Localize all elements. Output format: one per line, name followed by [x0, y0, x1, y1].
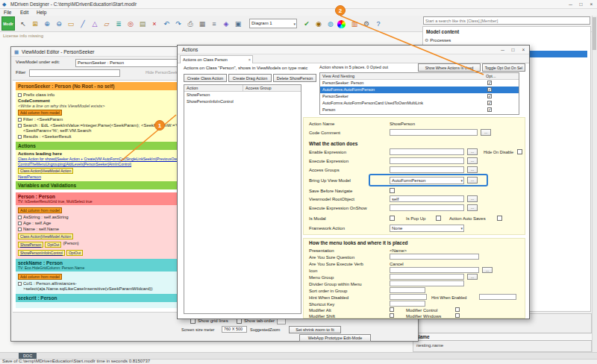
- is-modal-checkbox[interactable]: [390, 216, 395, 221]
- seekname-col-row[interactable]: Col1 : Person.allInstances->select(a|a.N…: [23, 281, 188, 292]
- align-icon[interactable]: ≡: [209, 19, 219, 29]
- code-comment-ellipsis-button[interactable]: ...: [481, 129, 491, 136]
- row-checkbox[interactable]: [18, 222, 22, 225]
- showperson-action-chip[interactable]: ShowPerson: [18, 242, 43, 248]
- nesting-row[interactable]: PersonSeeker✓: [320, 93, 519, 100]
- toggle-opt-out-button[interactable]: Toggle Opt Out On Sel: [482, 63, 525, 72]
- close-button[interactable]: ×: [587, 1, 596, 8]
- showpersoninfo-action-chip[interactable]: ShowPersonInfoInControl: [18, 250, 65, 256]
- seekname-section-header[interactable]: seekName : Person TV: Eco.HideGridColumn…: [16, 259, 190, 272]
- icon-input[interactable]: [390, 267, 479, 273]
- grid-icon[interactable]: ▦: [197, 19, 207, 29]
- filter-input[interactable]: [29, 69, 120, 77]
- menu-item-edit[interactable]: Edit: [20, 10, 28, 15]
- print-icon[interactable]: ⎙: [185, 19, 196, 29]
- tab-actions-on-class-person[interactable]: Actions on Class Person ×: [180, 55, 253, 63]
- color-wheel-icon[interactable]: [337, 20, 346, 28]
- personseeker-section-header[interactable]: PersonSeeker : Person (No Root - no self…: [16, 82, 190, 90]
- execute-onshow-input[interactable]: [390, 204, 464, 211]
- action-row-showpersoninfo[interactable]: ShowPersonInfoInControl: [184, 98, 301, 105]
- create-class-action-button[interactable]: Create Class Action: [184, 74, 227, 82]
- help-icon[interactable]: ?: [373, 19, 384, 29]
- divider-group-input[interactable]: [390, 280, 464, 286]
- nesting-row[interactable]: PersonSeeker: Person✓: [320, 80, 519, 87]
- viewmodel-selector[interactable]: PersonSeeker : Person ▾: [75, 59, 181, 67]
- webapp-prototype-button[interactable]: WebApp Prototype Edit-Mode: [299, 334, 371, 342]
- redo-icon[interactable]: ↷: [173, 19, 184, 29]
- tree-item-processes[interactable]: ⚙ Processes: [425, 37, 589, 44]
- person-section-header[interactable]: Person : Person TV: IsSeekerResultGrid t…: [16, 192, 190, 205]
- sort-order-input[interactable]: [390, 287, 425, 293]
- column-opt[interactable]: Opt...: [486, 73, 496, 80]
- minimize-button[interactable]: ─: [566, 1, 575, 8]
- leading-action-links-1[interactable]: Class Action for showd|Seeker Action + C…: [18, 157, 188, 162]
- nesting-row[interactable]: Person✓: [320, 107, 519, 113]
- enable-expression-input[interactable]: [390, 148, 464, 155]
- is-popup-checkbox[interactable]: [436, 216, 441, 221]
- row-checkbox[interactable]: [18, 124, 22, 128]
- execute-onshow-ellipsis-button[interactable]: ...: [467, 204, 478, 211]
- icon-ellipsis-button[interactable]: ...: [482, 267, 493, 273]
- zoom-out-icon[interactable]: ⊖: [54, 19, 64, 29]
- model-search-input[interactable]: [423, 16, 590, 25]
- actions-section-header[interactable]: Actions: [16, 142, 190, 150]
- save-before-navigate-checkbox[interactable]: [390, 188, 395, 193]
- column-access-group[interactable]: Access Group: [246, 85, 272, 92]
- world-icon[interactable]: ◍: [325, 19, 336, 29]
- right-scrollbar-thumb[interactable]: [593, 17, 596, 50]
- seekcrit-section-header[interactable]: seekcrit : Person: [16, 294, 190, 302]
- association-icon[interactable]: ╱: [78, 19, 88, 29]
- debug-icon[interactable]: ◉: [313, 19, 324, 29]
- tab-close-icon[interactable]: ×: [249, 57, 251, 62]
- diagram-selector[interactable]: Diagram 1 ▾: [249, 19, 297, 28]
- menu-item-help[interactable]: Help: [37, 10, 46, 15]
- optout-chip[interactable]: OptOut: [66, 250, 83, 256]
- vm-row-filter[interactable]: Filter : <SeekParam: [23, 117, 63, 122]
- modifier-alt-checkbox[interactable]: [390, 307, 394, 312]
- action-auto-saves-checkbox[interactable]: [497, 216, 502, 221]
- add-column-button[interactable]: Add column from model: [18, 207, 62, 213]
- row-checkbox[interactable]: [18, 282, 22, 286]
- dialog-close-button[interactable]: ×: [519, 46, 528, 54]
- presentation-value[interactable]: <Name>: [390, 248, 407, 253]
- show-grid-checkbox[interactable]: [190, 318, 196, 324]
- hide-on-disable-checkbox[interactable]: [517, 149, 522, 154]
- zoom-in-icon[interactable]: ⊕: [42, 19, 52, 29]
- access-groups-input[interactable]: [390, 166, 464, 173]
- pointer-icon[interactable]: ↖: [18, 19, 28, 29]
- generalization-icon[interactable]: △: [90, 19, 100, 29]
- add-column-button[interactable]: Add column from model: [18, 110, 62, 116]
- code-comment-hint[interactable]: <Write a line on why this ViewModel exis…: [18, 104, 188, 109]
- add-column-button[interactable]: Add column from model: [18, 274, 62, 280]
- optout-chip[interactable]: OptOut: [45, 242, 61, 248]
- leading-action-links-2[interactable]: ControlTheMenuUngrouping|AldtLevels|Pers…: [18, 162, 188, 167]
- undo-icon[interactable]: ↶: [161, 19, 172, 29]
- create-drag-action-button[interactable]: Create Drag Action: [228, 74, 272, 82]
- maximize-button[interactable]: □: [576, 1, 586, 8]
- viewmodel-rootobject-input[interactable]: [390, 195, 464, 202]
- shrink-zoom-button[interactable]: Set shrink zoom to fit: [289, 326, 341, 333]
- action-row-showperson[interactable]: ShowPerson: [184, 92, 301, 98]
- pan-icon[interactable]: ⊞: [30, 19, 40, 29]
- column-view-and-nesting[interactable]: View And Nesting: [322, 73, 354, 80]
- statemachine-icon[interactable]: ◎: [125, 19, 136, 29]
- modifier-shift-checkbox[interactable]: [390, 313, 394, 318]
- person-row-name[interactable]: Name : self.Name: [23, 227, 59, 232]
- show-where-used-button[interactable]: Show Where Actions Is Used: [418, 63, 481, 72]
- execute-expression-ellipsis-button[interactable]: ...: [467, 157, 478, 164]
- person-row-asstring[interactable]: AsString : self.asString: [23, 215, 69, 220]
- layout-icon[interactable]: ◈: [221, 19, 231, 29]
- modifier-windows-checkbox[interactable]: [455, 313, 460, 318]
- chart-icon[interactable]: ▥: [349, 19, 360, 29]
- enumeration-icon[interactable]: ≣: [113, 19, 124, 29]
- package-icon[interactable]: ▱: [101, 19, 112, 29]
- delete-icon[interactable]: ×: [149, 19, 160, 29]
- opt-checkbox[interactable]: ✓: [487, 107, 492, 112]
- vm-row-results[interactable]: Results : <SeekerResult: [23, 134, 72, 139]
- properties-value[interactable]: nesting.name: [416, 343, 443, 348]
- variables-section-header[interactable]: Variables and Validations: [16, 181, 190, 189]
- menu-group-ellipsis-button[interactable]: ...: [467, 274, 478, 280]
- dialog-maximize-button[interactable]: □: [508, 46, 518, 54]
- modifier-control-checkbox[interactable]: [455, 307, 460, 312]
- shortcut-key-input[interactable]: [390, 301, 425, 307]
